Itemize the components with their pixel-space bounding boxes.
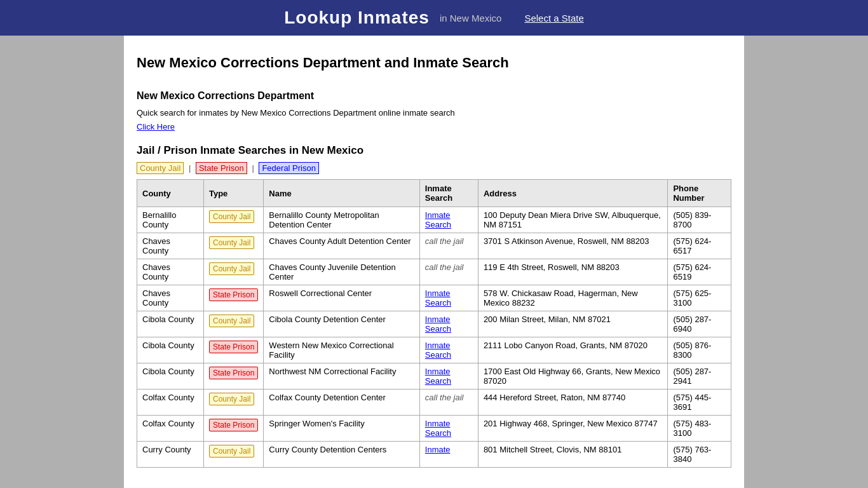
- cell-facility-name: Springer Women's Facility: [264, 416, 419, 442]
- cell-address: 200 Milan Street, Milan, NM 87021: [478, 311, 668, 337]
- col-name: Name: [264, 180, 419, 207]
- cell-facility-name: Northwest NM Correctional Facility: [264, 363, 419, 390]
- cell-inmate-search[interactable]: Inmate: [419, 442, 478, 468]
- cell-type: State Prison: [203, 285, 263, 311]
- inmate-search-link[interactable]: Inmate Search: [425, 367, 451, 386]
- type-badge: County Jail: [209, 262, 254, 275]
- table-header: County Type Name InmateSearch Address Ph…: [137, 180, 731, 207]
- cell-county: Bernalillo County: [137, 207, 204, 233]
- type-badge: County Jail: [209, 445, 254, 458]
- table-row: Cibola CountyState PrisonNorthwest NM Co…: [137, 363, 731, 390]
- cell-type: State Prison: [203, 337, 263, 363]
- jail-section-title: Jail / Prison Inmate Searches in New Mex…: [137, 144, 731, 157]
- cell-county: Colfax County: [137, 416, 204, 442]
- legend-sep-1: |: [189, 163, 191, 173]
- col-phone: Phone Number: [668, 180, 731, 207]
- cell-phone: (575) 625-3100: [668, 285, 731, 311]
- cell-phone: (575) 624-6517: [668, 233, 731, 259]
- table-row: Bernalillo CountyCounty JailBernalillo C…: [137, 207, 731, 233]
- cell-address: 2111 Lobo Canyon Road, Grants, NM 87020: [478, 337, 668, 363]
- cell-inmate-search[interactable]: Inmate Search: [419, 311, 478, 337]
- cell-address: 201 Highway 468, Springer, New Mexico 87…: [478, 416, 668, 442]
- legend-state-prison[interactable]: State Prison: [196, 162, 247, 174]
- legend-federal-prison[interactable]: Federal Prison: [259, 162, 319, 174]
- col-type: Type: [203, 180, 263, 207]
- table-row: Cibola CountyState PrisonWestern New Mex…: [137, 337, 731, 363]
- legend-county-jail[interactable]: County Jail: [137, 162, 184, 174]
- col-inmate-search: InmateSearch: [419, 180, 478, 207]
- cell-type: County Jail: [203, 311, 263, 337]
- dept-section-title: New Mexico Corrections Department: [137, 90, 731, 102]
- cell-address: 801 Mitchell Street, Clovis, NM 88101: [478, 442, 668, 468]
- cell-facility-name: Western New Mexico Correctional Facility: [264, 337, 419, 363]
- cell-county: Chaves County: [137, 233, 204, 259]
- header: Lookup Inmates in New Mexico Select a St…: [0, 0, 868, 36]
- cell-type: County Jail: [203, 390, 263, 416]
- table-row: Chaves CountyState PrisonRoswell Correct…: [137, 285, 731, 311]
- inmate-search-link[interactable]: Inmate Search: [425, 419, 451, 438]
- cell-inmate-search: call the jail: [419, 259, 478, 285]
- cell-facility-name: Colfax County Detention Center: [264, 390, 419, 416]
- cell-county: Chaves County: [137, 259, 204, 285]
- type-badge: State Prison: [209, 367, 258, 379]
- select-state-link[interactable]: Select a State: [524, 13, 583, 24]
- cell-address: 100 Deputy Dean Miera Drive SW, Albuquer…: [478, 207, 668, 233]
- cell-inmate-search[interactable]: Inmate Search: [419, 363, 478, 390]
- type-badge: State Prison: [209, 419, 258, 431]
- cell-facility-name: Curry County Detention Centers: [264, 442, 419, 468]
- cell-county: Curry County: [137, 442, 204, 468]
- main-content: New Mexico Corrections Department and In…: [124, 36, 744, 488]
- cell-facility-name: Bernalillo County Metropolitan Detention…: [264, 207, 419, 233]
- table-body: Bernalillo CountyCounty JailBernalillo C…: [137, 207, 731, 468]
- dept-description: Quick search for inmates by New Mexico C…: [137, 108, 731, 118]
- cell-type: County Jail: [203, 233, 263, 259]
- cell-phone: (575) 763-3840: [668, 442, 731, 468]
- cell-county: Colfax County: [137, 390, 204, 416]
- inmates-table: County Type Name InmateSearch Address Ph…: [137, 179, 731, 468]
- cell-type: County Jail: [203, 259, 263, 285]
- cell-inmate-search: call the jail: [419, 233, 478, 259]
- cell-inmate-search: call the jail: [419, 390, 478, 416]
- cell-inmate-search[interactable]: Inmate Search: [419, 207, 478, 233]
- table-row: Cibola CountyCounty JailCibola County De…: [137, 311, 731, 337]
- cell-type: County Jail: [203, 442, 263, 468]
- type-badge: County Jail: [209, 236, 254, 249]
- inmate-search-link[interactable]: Inmate Search: [425, 341, 451, 360]
- cell-phone: (505) 876-8300: [668, 337, 731, 363]
- col-county: County: [137, 180, 204, 207]
- cell-inmate-search[interactable]: Inmate Search: [419, 416, 478, 442]
- cell-address: 578 W. Chickasaw Road, Hagerman, New Mex…: [478, 285, 668, 311]
- table-row: Chaves CountyCounty JailChaves County Ad…: [137, 233, 731, 259]
- inmate-search-link[interactable]: Inmate: [425, 445, 451, 454]
- cell-type: County Jail: [203, 207, 263, 233]
- cell-county: Cibola County: [137, 363, 204, 390]
- type-badge: State Prison: [209, 288, 258, 301]
- site-title: Lookup Inmates: [284, 8, 430, 28]
- cell-phone: (575) 624-6519: [668, 259, 731, 285]
- cell-phone: (505) 287-6940: [668, 311, 731, 337]
- cell-county: Cibola County: [137, 337, 204, 363]
- cell-facility-name: Roswell Correctional Center: [264, 285, 419, 311]
- cell-address: 3701 S Atkinson Avenue, Roswell, NM 8820…: [478, 233, 668, 259]
- type-badge: County Jail: [209, 210, 254, 223]
- cell-county: Chaves County: [137, 285, 204, 311]
- cell-address: 119 E 4th Street, Roswell, NM 88203: [478, 259, 668, 285]
- header-subtitle: in New Mexico: [440, 13, 502, 24]
- cell-inmate-search[interactable]: Inmate Search: [419, 285, 478, 311]
- cell-facility-name: Cibola County Detention Center: [264, 311, 419, 337]
- click-here-link[interactable]: Click Here: [137, 122, 175, 132]
- page-title: New Mexico Corrections Department and In…: [137, 55, 731, 71]
- col-address: Address: [478, 180, 668, 207]
- table-row: Chaves CountyCounty JailChaves County Ju…: [137, 259, 731, 285]
- type-badge: County Jail: [209, 393, 254, 405]
- inmate-search-link[interactable]: Inmate Search: [425, 315, 451, 334]
- type-badge: County Jail: [209, 315, 254, 327]
- cell-county: Cibola County: [137, 311, 204, 337]
- inmate-search-link[interactable]: Inmate Search: [425, 288, 451, 308]
- cell-phone: (575) 445-3691: [668, 390, 731, 416]
- inmate-search-link[interactable]: Inmate Search: [425, 210, 451, 229]
- cell-phone: (575) 483-3100: [668, 416, 731, 442]
- type-badge: State Prison: [209, 341, 258, 353]
- cell-facility-name: Chaves County Adult Detention Center: [264, 233, 419, 259]
- cell-inmate-search[interactable]: Inmate Search: [419, 337, 478, 363]
